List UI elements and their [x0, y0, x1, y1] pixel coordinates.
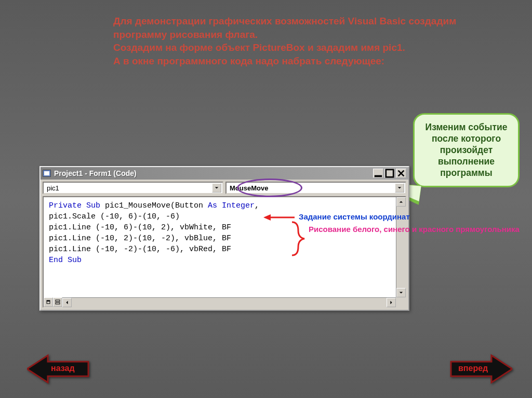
full-module-view-button[interactable] [53, 297, 62, 307]
slide-header: Для демонстрации графических возможносте… [113, 15, 487, 68]
header-line3: А в окне программного кода надо набрать … [113, 56, 384, 66]
view-split-buttons [44, 297, 62, 307]
svg-rect-5 [56, 303, 60, 304]
brace-icon [290, 221, 305, 256]
object-dropdown-value: pic1 [47, 184, 59, 192]
svg-rect-1 [386, 170, 393, 177]
arrow-annotation-icon [263, 213, 295, 222]
procedure-view-button[interactable] [44, 297, 53, 307]
scroll-right-icon[interactable] [387, 298, 396, 307]
header-line1: Для демонстрации графических возможносте… [113, 16, 456, 40]
scroll-down-icon[interactable] [396, 288, 406, 297]
scrollbar-corner [396, 297, 405, 307]
callout-bubble: Изменим событие после которого произойде… [413, 113, 520, 187]
svg-rect-3 [47, 300, 50, 301]
minimize-button[interactable] [373, 169, 383, 178]
horizontal-scrollbar[interactable] [44, 297, 396, 307]
header-line2: Создадим на форме объект PictureBox и за… [113, 42, 405, 53]
event-dropdown[interactable]: MouseMove [225, 182, 406, 194]
svg-rect-0 [375, 175, 382, 177]
window-title: Project1 - Form1 (Code) [54, 169, 137, 177]
nav-back-button[interactable]: назад [27, 353, 89, 385]
maximize-button[interactable] [384, 169, 395, 178]
scroll-left-icon[interactable] [62, 298, 72, 307]
scroll-up-icon[interactable] [396, 197, 406, 207]
window-icon [43, 170, 51, 177]
object-dropdown[interactable]: pic1 [43, 182, 223, 194]
event-dropdown-value: MouseMove [230, 184, 268, 192]
callout-text: Изменим событие после которого произойде… [425, 122, 508, 178]
svg-rect-4 [56, 300, 60, 301]
annotation-coordinates: Задание системы координат [299, 212, 410, 221]
close-button[interactable] [396, 169, 406, 178]
titlebar: Project1 - Form1 (Code) [41, 167, 408, 180]
dropdown-arrow-icon [212, 183, 221, 193]
code-window: Project1 - Form1 (Code) pic1 MouseMove [39, 166, 409, 311]
dropdown-arrow-icon [395, 183, 404, 193]
annotation-rectangles: Рисование белого, синего и красного прям… [309, 224, 520, 235]
nav-forward-button[interactable]: вперед [450, 353, 512, 385]
